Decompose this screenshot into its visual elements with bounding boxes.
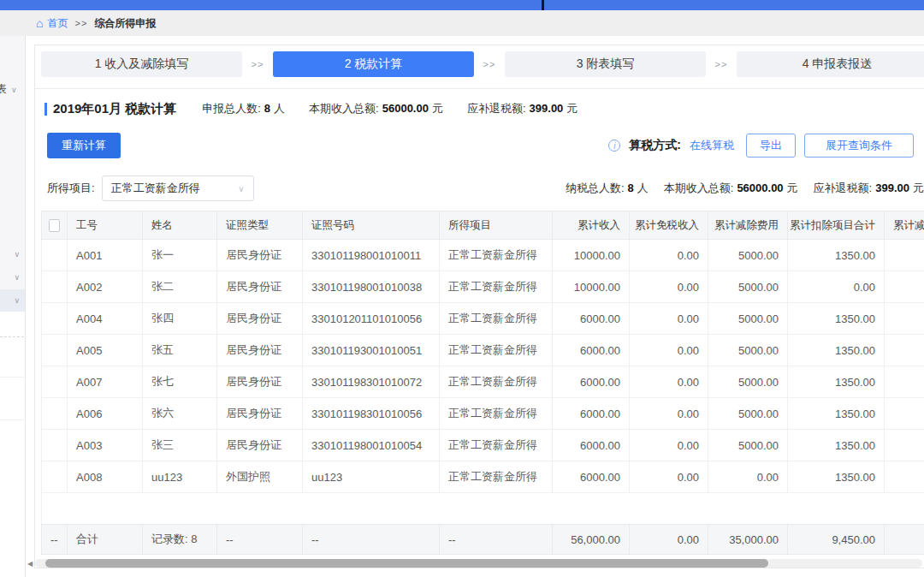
tax-mode-label: 算税方式: <box>629 138 681 153</box>
period-stat-unit: 人 <box>274 102 285 115</box>
chevron-down-icon[interactable]: ∨ <box>0 250 25 259</box>
step-2[interactable]: 2 税款计算 <box>273 51 474 77</box>
table-cell <box>885 271 924 303</box>
table-cell <box>885 303 924 335</box>
sidebar-item-label: 表 <box>0 82 7 97</box>
step-4[interactable]: 4 申报表报送 <box>737 51 924 77</box>
table-cell: 5000.00 <box>708 430 788 461</box>
step-1[interactable]: 1 收入及减除填写 <box>41 51 242 77</box>
table-cell: 1350.00 <box>788 335 885 366</box>
export-button[interactable]: 导出 <box>746 134 796 158</box>
select-all-cell <box>42 211 68 240</box>
table-cell: A007 <box>68 366 143 398</box>
table-cell: uu123 <box>143 461 217 493</box>
table-cell: 正常工资薪金所得 <box>440 398 553 430</box>
chevron-down-icon[interactable]: ∨ <box>0 296 25 305</box>
scroll-left-arrow-icon[interactable]: ◀ <box>27 560 33 568</box>
table-cell: 6000.00 <box>553 461 630 493</box>
table-cell: 6000.00 <box>553 303 630 335</box>
table-cell: 5000.00 <box>708 398 788 430</box>
recalculate-button[interactable]: 重新计算 <box>47 133 121 158</box>
filter-stat-value: 56000.00 <box>737 181 783 194</box>
table-cell: 居民身份证 <box>217 366 303 398</box>
chevron-down-icon: ∨ <box>238 184 244 193</box>
table-cell: 1350.00 <box>788 430 885 461</box>
table-cell: 330101198301010072 <box>303 366 440 398</box>
select-all-checkbox[interactable] <box>49 219 60 232</box>
table-cell: 张三 <box>143 430 217 461</box>
table-cell: 0.00 <box>630 461 708 493</box>
table-row[interactable]: A007张七居民身份证330101198301010072正常工资薪金所得600… <box>41 366 924 398</box>
table-cell <box>885 398 924 430</box>
table-cell: 10000.00 <box>553 240 630 271</box>
table-cell: 1350.00 <box>788 303 885 335</box>
table-cell: A004 <box>68 303 143 335</box>
table-cell: A008 <box>68 461 143 493</box>
breadcrumb-home-link[interactable]: 首页 <box>47 16 68 31</box>
period-stat-value: 399.00 <box>530 102 564 115</box>
table-cell: 10000.00 <box>553 271 630 303</box>
top-app-bar <box>0 0 924 10</box>
sidebar-divider <box>0 419 24 420</box>
table-row[interactable]: A001张一居民身份证330101198001010011正常工资薪金所得100… <box>41 240 924 271</box>
table-cell: 0.00 <box>630 366 708 398</box>
filter-row: 所得项目: 正常工资薪金所得 ∨ 纳税总人数:8人本期收入总额:56000.00… <box>47 175 924 201</box>
sidebar-divider <box>0 377 24 378</box>
table-cell: 居民身份证 <box>217 335 303 366</box>
table-cell: 1350.00 <box>788 240 885 271</box>
table-cell: 1350.00 <box>788 398 885 430</box>
table-row[interactable]: A003张三居民身份证330101198001010054正常工资薪金所得600… <box>41 430 924 461</box>
sidebar-clipped: 表 ∨ ∨ ∨ ∨ <box>0 36 26 577</box>
table-cell <box>885 366 924 398</box>
header-cell: 姓名 <box>143 211 217 240</box>
tax-mode-value-link[interactable]: 在线算税 <box>690 138 734 153</box>
table-cell: 330101193001010051 <box>303 335 440 366</box>
table-row[interactable]: A002张二居民身份证330101198001010038正常工资薪金所得100… <box>41 271 924 303</box>
scrollbar-track[interactable] <box>35 559 922 568</box>
scrollbar-thumb[interactable] <box>45 559 768 568</box>
table-row[interactable]: A005张五居民身份证330101193001010051正常工资薪金所得600… <box>41 335 924 366</box>
step-separator: >> <box>242 59 273 69</box>
table-cell: 6000.00 <box>553 335 630 366</box>
period-stat: 本期收入总额:56000.00元 <box>309 101 443 116</box>
period-stat-label: 应补退税额: <box>467 102 526 115</box>
table-row[interactable]: A004张四居民身份证330101201101010056正常工资薪金所得600… <box>41 303 924 335</box>
table-cell <box>885 335 924 366</box>
summary-cell: 0.00 <box>630 525 708 554</box>
expand-query-button[interactable]: 展开查询条件 <box>804 134 914 158</box>
summary-cell: 56,000.00 <box>553 525 630 554</box>
table-cell: 0.00 <box>630 335 708 366</box>
table-cell: 居民身份证 <box>217 430 303 461</box>
table-cell: 居民身份证 <box>217 271 303 303</box>
table-cell: A003 <box>68 430 143 461</box>
table-cell: 0.00 <box>630 430 708 461</box>
table-cell: 5000.00 <box>708 303 788 335</box>
header-cell: 证照类型 <box>217 211 303 240</box>
table-cell: 5000.00 <box>708 240 788 271</box>
step-3[interactable]: 3 附表填写 <box>505 51 706 77</box>
filter-stat-value: 399.00 <box>875 181 909 194</box>
chevron-down-icon[interactable]: ∨ <box>0 273 25 282</box>
sidebar-item-clipped[interactable]: 表 ∨ <box>0 82 25 97</box>
period-stat-unit: 元 <box>432 102 443 115</box>
table-cell: A005 <box>68 335 143 366</box>
filter-stat: 应补退税额:399.00元 <box>814 181 924 196</box>
table-row[interactable]: A006张六居民身份证330101198301010056正常工资薪金所得600… <box>41 398 924 430</box>
table-cell <box>885 461 924 493</box>
filter-stat: 本期收入总额:56000.00元 <box>664 181 798 196</box>
table-empty-band <box>41 493 924 524</box>
table-cell: 330101198001010054 <box>303 430 440 461</box>
row-checkbox-cell <box>42 366 68 398</box>
period-header: 2019年01月 税款计算 申报总人数:8人本期收入总额:56000.00元应补… <box>44 98 924 120</box>
table-cell: A001 <box>68 240 143 271</box>
table-cell: 6000.00 <box>553 430 630 461</box>
title-accent-bar <box>44 103 47 116</box>
table-row[interactable]: A008uu123外国护照uu123正常工资薪金所得6000.000.000.0… <box>41 461 924 493</box>
table-cell: 6000.00 <box>553 366 630 398</box>
income-item-select[interactable]: 正常工资薪金所得 ∨ <box>102 175 254 201</box>
row-checkbox-cell <box>42 430 68 461</box>
table-cell: 0.00 <box>630 271 708 303</box>
table-cell: 正常工资薪金所得 <box>440 271 553 303</box>
table-cell: 张一 <box>143 240 217 271</box>
breadcrumb: ⌂ 首页 >> 综合所得申报 <box>0 10 924 36</box>
